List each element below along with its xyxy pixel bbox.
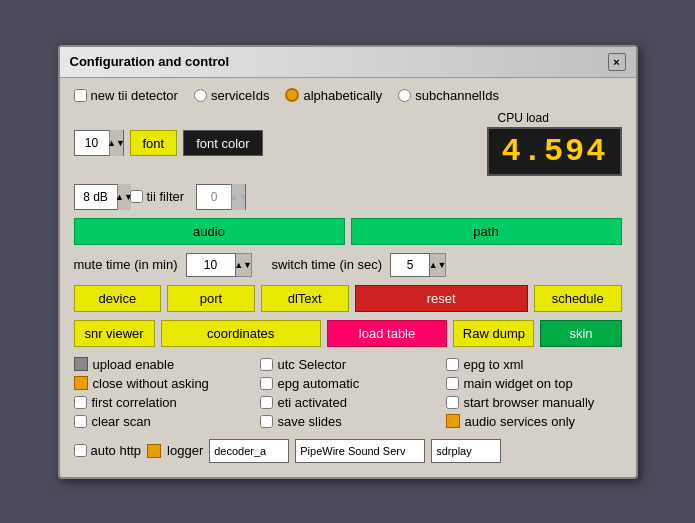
device-row: device port dlText reset schedule <box>74 285 622 312</box>
save-slides-checkbox[interactable] <box>260 415 273 428</box>
new-tii-detector-text: new tii detector <box>91 88 178 103</box>
upload-enable-item: upload enable <box>74 357 250 372</box>
save-slides-item[interactable]: save slides <box>260 414 436 429</box>
auto-http-checkbox[interactable] <box>74 444 87 457</box>
font-size-input[interactable] <box>75 136 109 150</box>
main-widget-top-text: main widget on top <box>464 376 573 391</box>
tii-filter-label[interactable]: tii filter <box>130 189 185 204</box>
port-button[interactable]: port <box>167 285 255 312</box>
switch-label: switch time (in sec) <box>272 257 383 272</box>
first-correlation-item[interactable]: first correlation <box>74 395 250 410</box>
eti-activated-checkbox[interactable] <box>260 396 273 409</box>
save-slides-text: save slides <box>278 414 342 429</box>
font-row: ▲▼ font font color CPU load 4.594 <box>74 111 622 176</box>
font-size-spinbox[interactable]: ▲▼ <box>74 130 124 156</box>
utc-selector-item[interactable]: utc Selector <box>260 357 436 372</box>
alphabetically-text: alphabetically <box>303 88 382 103</box>
serviceids-radio[interactable] <box>194 89 207 102</box>
epg-to-xml-checkbox[interactable] <box>446 358 459 371</box>
main-widget-top-checkbox[interactable] <box>446 377 459 390</box>
disabled-input <box>197 185 231 209</box>
audio-button[interactable]: audio <box>74 218 345 245</box>
audio-services-only-item[interactable]: audio services only <box>446 414 622 429</box>
auto-http-label[interactable]: auto http <box>74 443 142 458</box>
mute-label: mute time (in min) <box>74 257 178 272</box>
raw-dump-button[interactable]: Raw dump <box>453 320 534 347</box>
mute-row: mute time (in min) ▲▼ <box>74 253 252 277</box>
utc-selector-checkbox[interactable] <box>260 358 273 371</box>
epg-to-xml-text: epg to xml <box>464 357 524 372</box>
config-dialog: Configuration and control × new tii dete… <box>58 45 638 479</box>
db-arrow[interactable]: ▲▼ <box>117 184 131 210</box>
close-without-asking-item[interactable]: close without asking <box>74 376 250 391</box>
alphabetically-radio-indicator <box>285 88 299 102</box>
dialog-title: Configuration and control <box>70 54 230 69</box>
coordinates-button[interactable]: coordinates <box>161 320 321 347</box>
logger-indicator <box>147 444 161 458</box>
schedule-button[interactable]: schedule <box>534 285 622 312</box>
cpu-load-label: CPU load <box>497 111 548 125</box>
font-button[interactable]: font <box>130 130 178 156</box>
device-button[interactable]: device <box>74 285 162 312</box>
main-widget-top-item[interactable]: main widget on top <box>446 376 622 391</box>
reset-button[interactable]: reset <box>355 285 528 312</box>
clear-scan-text: clear scan <box>92 414 151 429</box>
epg-automatic-item[interactable]: epg automatic <box>260 376 436 391</box>
audio-services-only-text: audio services only <box>465 414 576 429</box>
serviceids-label[interactable]: serviceIds <box>194 88 270 103</box>
switch-arrow[interactable]: ▲▼ <box>430 253 446 277</box>
path-button[interactable]: path <box>351 218 622 245</box>
cpu-display: 4.594 <box>487 127 621 176</box>
utc-selector-text: utc Selector <box>278 357 347 372</box>
viewer-row: snr viewer coordinates load table Raw du… <box>74 320 622 347</box>
alphabetically-label[interactable]: alphabetically <box>285 88 382 103</box>
first-correlation-text: first correlation <box>92 395 177 410</box>
audio-path-row: audio path <box>74 218 622 245</box>
disabled-spinbox: ▲▼ <box>196 184 246 210</box>
auto-http-text: auto http <box>91 443 142 458</box>
top-options-row: new tii detector serviceIds alphabetical… <box>74 88 622 103</box>
font-size-arrow[interactable]: ▲▼ <box>109 130 123 156</box>
eti-activated-text: eti activated <box>278 395 347 410</box>
load-table-button[interactable]: load table <box>327 320 448 347</box>
switch-row: switch time (in sec) ▲▼ <box>272 253 447 277</box>
upload-enable-text: upload enable <box>93 357 175 372</box>
db-input[interactable] <box>75 190 117 204</box>
snr-button[interactable]: snr viewer <box>74 320 155 347</box>
close-button[interactable]: × <box>608 53 626 71</box>
title-bar: Configuration and control × <box>60 47 636 78</box>
switch-input[interactable] <box>390 253 430 277</box>
decoder-input[interactable] <box>209 439 289 463</box>
skin-button[interactable]: skin <box>540 320 621 347</box>
clear-scan-checkbox[interactable] <box>74 415 87 428</box>
epg-automatic-text: epg automatic <box>278 376 360 391</box>
mute-arrow[interactable]: ▲▼ <box>236 253 252 277</box>
subchannelids-text: subchannelIds <box>415 88 499 103</box>
disabled-arrow: ▲▼ <box>231 184 245 210</box>
switch-input-wrap: ▲▼ <box>390 253 446 277</box>
eti-activated-item[interactable]: eti activated <box>260 395 436 410</box>
tii-filter-checkbox[interactable] <box>130 190 143 203</box>
subchannelids-radio[interactable] <box>398 89 411 102</box>
sound-input[interactable] <box>295 439 425 463</box>
mute-input[interactable] <box>186 253 236 277</box>
new-tii-detector-checkbox[interactable] <box>74 89 87 102</box>
epg-to-xml-item[interactable]: epg to xml <box>446 357 622 372</box>
mute-switch-section: mute time (in min) ▲▼ switch time (in se… <box>74 253 622 277</box>
subchannelids-label[interactable]: subchannelIds <box>398 88 499 103</box>
sdrplay-input[interactable] <box>431 439 501 463</box>
dialog-content: new tii detector serviceIds alphabetical… <box>60 78 636 477</box>
font-color-button[interactable]: font color <box>183 130 262 156</box>
mute-input-wrap: ▲▼ <box>186 253 252 277</box>
start-browser-text: start browser manually <box>464 395 595 410</box>
start-browser-checkbox[interactable] <box>446 396 459 409</box>
serviceids-text: serviceIds <box>211 88 270 103</box>
epg-automatic-checkbox[interactable] <box>260 377 273 390</box>
dltext-button[interactable]: dlText <box>261 285 349 312</box>
audio-services-only-indicator <box>446 414 460 428</box>
db-spinbox[interactable]: ▲▼ <box>74 184 124 210</box>
first-correlation-checkbox[interactable] <box>74 396 87 409</box>
new-tii-detector-label[interactable]: new tii detector <box>74 88 178 103</box>
clear-scan-item[interactable]: clear scan <box>74 414 250 429</box>
start-browser-item[interactable]: start browser manually <box>446 395 622 410</box>
